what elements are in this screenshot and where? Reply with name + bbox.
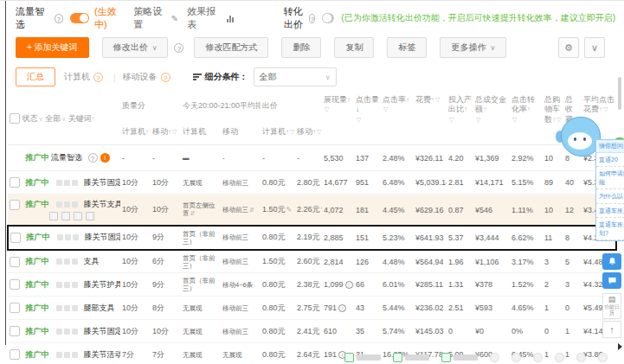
bid-pc[interactable]: 0.80元 xyxy=(262,233,286,241)
bid-pc[interactable]: 0.80元 xyxy=(262,327,286,335)
legend-checkbox-icon[interactable] xyxy=(441,353,451,362)
legend-item[interactable] xyxy=(393,353,429,362)
help-question-link[interactable]: 直通车推广计划? xyxy=(596,218,624,240)
feature-calendar-button[interactable]: ▤ 功能日历 xyxy=(602,293,621,319)
bid-mobile[interactable]: 2.26元 xyxy=(297,205,320,214)
row-checkbox[interactable] xyxy=(10,200,20,210)
info-icon[interactable]: ? xyxy=(88,153,98,163)
keyword-action-icon[interactable] xyxy=(74,212,82,220)
scroll-arrow-icon[interactable] xyxy=(618,343,622,350)
modify-bid-button[interactable]: 修改出价∨ xyxy=(102,37,169,58)
bid-mobile[interactable]: 2.80元 xyxy=(297,178,320,187)
keyword-sort[interactable]: 关键词 xyxy=(68,114,92,123)
all-filter[interactable]: 全部 xyxy=(45,114,61,123)
bid-pc[interactable]: 0.80元 xyxy=(262,303,286,312)
select-all-checkbox[interactable] xyxy=(10,113,20,124)
notification-bell-button[interactable] xyxy=(602,253,621,270)
modify-match-button[interactable]: 修改匹配方式 xyxy=(194,37,268,58)
row-checkbox[interactable] xyxy=(10,257,20,267)
tab-pc[interactable]: 计算机? xyxy=(64,71,106,83)
keyword-row[interactable]: 推广中 膝关节护具 ? ! 10分 9分 首页（非前三）⇵ 移动4~6条⇵ 0.… xyxy=(8,273,616,297)
keyword-row[interactable]: 推广中 流量智选 ? ! - - ▬⇵ -⇵ -✎ -✎ 5,530! 137 … xyxy=(8,145,616,171)
sub-quality-mobile[interactable]: 移动↑▽ xyxy=(151,118,181,144)
keyword-link[interactable]: 膝关节支具 xyxy=(84,200,120,208)
info-icon[interactable]: ? xyxy=(174,43,183,53)
bid-mobile[interactable]: 2.75元 xyxy=(297,303,320,312)
help-question-link[interactable]: 直通20 xyxy=(596,153,624,167)
sub-bid-pc[interactable]: 计算机↑▽ xyxy=(261,118,295,144)
bid-mobile[interactable]: 2.38元 xyxy=(297,280,320,289)
bid-pc[interactable]: 1.50元 xyxy=(262,257,286,265)
bid-pc[interactable]: 0.80元 xyxy=(262,350,286,359)
bid-mobile[interactable]: 2.41元 xyxy=(297,327,320,335)
col-clicks[interactable]: 点击量↓▽ xyxy=(354,93,381,145)
col-cvr[interactable]: 点击转化率↑▽ xyxy=(510,93,543,145)
keyword-row[interactable]: 推广中 膝关节固定 ? ! 10分 10分 无展现⇵ 移动前三⇵ 0.80元✎ … xyxy=(8,320,616,343)
rank-trend-icon[interactable]: ⇵ xyxy=(190,210,196,216)
legend-checkbox-icon[interactable] xyxy=(393,353,402,362)
keyword-action-icon[interactable] xyxy=(49,212,58,220)
keyword-action-icon[interactable] xyxy=(86,212,94,220)
effect-report-link[interactable]: 效果报表 xyxy=(187,5,222,31)
col-gmv[interactable]: 总成交金额↑▽ xyxy=(473,93,510,145)
bid-mobile[interactable]: - xyxy=(297,154,299,163)
keyword-link[interactable]: 膝关节固定支具 xyxy=(85,233,120,241)
legend-checkbox-icon[interactable] xyxy=(344,353,354,362)
sub-bid-mobile[interactable]: 移动↑▽ xyxy=(295,118,322,144)
col-roi[interactable]: 投入产出比↑▽ xyxy=(447,93,473,145)
add-keyword-button[interactable]: + 添加关键词 xyxy=(16,37,89,58)
legend-item[interactable] xyxy=(344,353,381,362)
keyword-link[interactable]: 膝关节固定器 xyxy=(84,178,120,187)
keyword-link[interactable]: 腿部支具 xyxy=(84,303,115,312)
scrollbar-thumb[interactable] xyxy=(618,77,621,110)
bid-edit-icon[interactable]: ✎ xyxy=(286,206,293,214)
copy-button[interactable]: 复制 xyxy=(334,37,374,58)
keyword-link[interactable]: 支具 xyxy=(84,257,100,265)
help-question-link[interactable]: 直通车推广 xyxy=(596,204,624,218)
help-icon[interactable]: ? xyxy=(309,14,315,23)
keyword-row[interactable]: 推广中 膝关节固定器 ? ! 10分 10分 无展现⇵ 移动前三⇵ 0.80元✎… xyxy=(8,171,616,195)
keyword-link[interactable]: 膝关节固定 xyxy=(84,327,120,335)
sub-quality-pc[interactable]: 计算机↑▽ xyxy=(120,118,151,144)
col-impressions[interactable]: 展现量↑▽ xyxy=(322,93,354,145)
bid-pc[interactable]: 1.50元 xyxy=(262,205,286,214)
alert-badge-icon[interactable]: ! xyxy=(100,153,110,163)
keyword-row[interactable]: 推广中 支具 ? ! 10分 6分 首页（非前三）⇵ 移动前三⇵ 1.50元✎ … xyxy=(8,250,616,273)
bid-mobile[interactable]: 2.64元 xyxy=(297,350,320,359)
bid-mobile[interactable]: 2.60元 xyxy=(297,257,320,265)
keyword-row[interactable]: 推广中 腿部支具 ? ! 10分 8分 无展现⇵ 移动前三⇵ 0.80元✎ 2.… xyxy=(8,297,616,320)
bid-pc[interactable]: 0.80元 xyxy=(262,178,286,187)
legend-item[interactable] xyxy=(441,353,478,362)
row-checkbox[interactable] xyxy=(10,326,20,336)
back-to-top-button[interactable]: ↑ xyxy=(602,321,621,338)
edit-pencil-icon[interactable]: ✎ xyxy=(171,14,178,23)
row-checkbox[interactable] xyxy=(10,279,20,290)
rank-trend-icon[interactable]: ⇵ xyxy=(249,207,254,213)
gear-icon[interactable]: ⚙ xyxy=(558,37,579,58)
conversion-bid-toggle[interactable] xyxy=(322,13,334,23)
row-checkbox[interactable] xyxy=(10,177,20,188)
tab-summary[interactable]: 汇总 xyxy=(16,67,55,86)
col-ctr[interactable]: 点击率↑▽ xyxy=(381,93,414,145)
chat-button[interactable] xyxy=(602,272,621,289)
help-icon[interactable]: ? xyxy=(55,14,63,23)
row-checkbox[interactable] xyxy=(10,233,21,243)
strategy-settings-link[interactable]: 策略设置 xyxy=(133,5,169,31)
bid-pc[interactable]: - xyxy=(262,154,265,163)
tag-button[interactable]: 标签 xyxy=(387,37,427,58)
keyword-link[interactable]: 膝关节护具 xyxy=(84,280,120,289)
bid-mobile[interactable]: 2.19元 xyxy=(297,233,320,241)
keyword-link[interactable]: 膝关节活动支具 xyxy=(84,350,120,359)
more-actions-button[interactable]: 更多操作∨ xyxy=(440,37,506,58)
limit-icon[interactable]: ! xyxy=(345,281,353,289)
help-question-link[interactable]: 为什么以日报表 xyxy=(596,189,624,203)
status-filter[interactable]: 状态 xyxy=(23,114,38,123)
traffic-select-toggle[interactable] xyxy=(70,13,89,23)
keyword-link[interactable]: 流量智选 xyxy=(51,153,82,162)
bid-pc[interactable]: 0.80元 xyxy=(262,280,286,289)
row-checkbox[interactable] xyxy=(10,349,20,360)
keyword-row[interactable]: 推广中 膝关节固定支具 ? ! 10分 9分 首页（非前三）⇵ 移动前三⇵ 0.… xyxy=(8,226,616,250)
tab-mobile[interactable]: 移动设备? xyxy=(123,71,174,83)
chevron-down-icon[interactable]: ∨ xyxy=(584,37,605,58)
bid-edit-icon[interactable]: ✎ xyxy=(321,206,322,214)
